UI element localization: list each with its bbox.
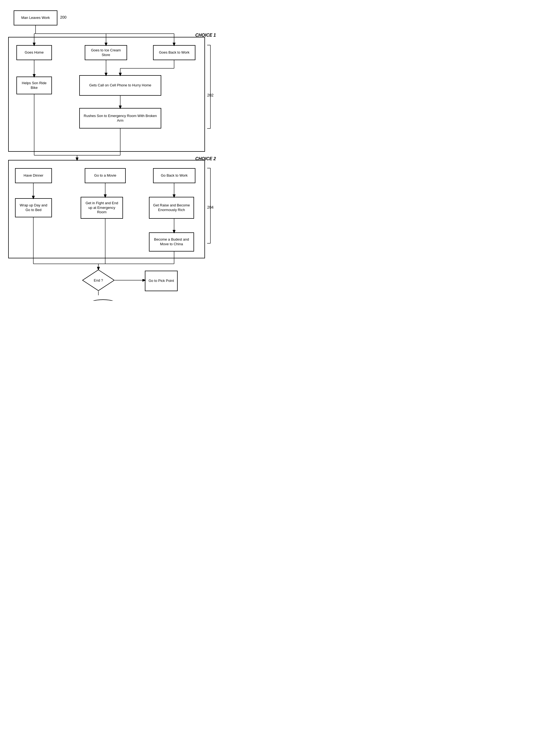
start-stop-oval: Start/Stop (87, 299, 119, 301)
ref-202: 202 (207, 93, 214, 97)
go-movie-box: Go to a Movie (85, 168, 126, 183)
go-back-work2-box: Go Back to Work (153, 168, 195, 183)
become-budest-box: Become a Budest and Move to China (149, 232, 194, 252)
goes-back-work1-box: Goes Back to Work (153, 45, 195, 60)
get-raise-box: Get Raise and Become Enormously Rich (149, 197, 194, 219)
ref-204: 204 (207, 205, 214, 209)
end-diamond: End ? (82, 269, 115, 291)
rushes-son-box: Rushes Son to Emergency Room With Broken… (79, 108, 161, 128)
wrap-up-box: Wrap up Day and Go to Bed (15, 198, 52, 217)
go-pick-box: Go to Pick Point (145, 271, 178, 291)
helps-son-box: Helps Son Ride Bike (16, 76, 52, 94)
get-fight-box: Get in Fight and End up at Emergency Roo… (80, 197, 123, 219)
gets-call-box: Gets Call on Cell Phone to Hurry Home (79, 75, 161, 96)
start-box: Man Leaves Work (14, 10, 57, 25)
have-dinner-box: Have Dinner (15, 168, 52, 183)
goes-ice-cream-box: Goes to Ice Cream Store (85, 45, 127, 60)
ref-200: 200 (60, 15, 66, 19)
goes-home-box: Goes Home (16, 45, 52, 60)
